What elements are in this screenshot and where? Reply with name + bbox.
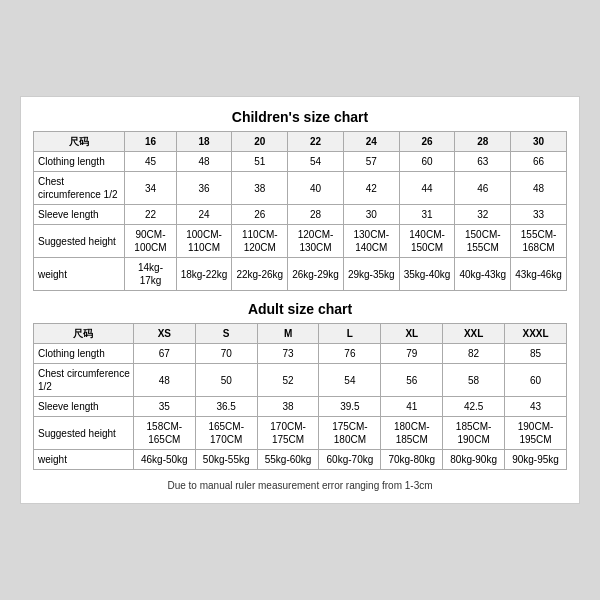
- cell-value: 66: [511, 152, 567, 172]
- children-table: 尺码1618202224262830 Clothing length454851…: [33, 131, 567, 291]
- cell-value: 60: [399, 152, 455, 172]
- cell-value: 18kg-22kg: [176, 258, 232, 291]
- adult-col-header: XXL: [443, 324, 505, 344]
- cell-value: 43kg-46kg: [511, 258, 567, 291]
- cell-value: 29kg-35kg: [343, 258, 399, 291]
- cell-value: 73: [257, 344, 319, 364]
- cell-value: 31: [399, 205, 455, 225]
- cell-value: 120CM-130CM: [288, 225, 344, 258]
- cell-value: 26: [232, 205, 288, 225]
- cell-value: 85: [505, 344, 567, 364]
- cell-value: 56: [381, 364, 443, 397]
- cell-value: 170CM-175CM: [257, 417, 319, 450]
- cell-value: 80kg-90kg: [443, 450, 505, 470]
- cell-value: 110CM-120CM: [232, 225, 288, 258]
- adult-table: 尺码XSSMLXLXXLXXXL Clothing length67707376…: [33, 323, 567, 470]
- table-row: weight14kg-17kg18kg-22kg22kg-26kg26kg-29…: [34, 258, 567, 291]
- row-label: weight: [34, 450, 134, 470]
- cell-value: 42.5: [443, 397, 505, 417]
- cell-value: 48: [176, 152, 232, 172]
- cell-value: 26kg-29kg: [288, 258, 344, 291]
- cell-value: 33: [511, 205, 567, 225]
- children-col-header: 28: [455, 132, 511, 152]
- footnote: Due to manual ruler measurement error ra…: [33, 480, 567, 491]
- children-col-header: 20: [232, 132, 288, 152]
- children-col-header: 18: [176, 132, 232, 152]
- cell-value: 175CM-180CM: [319, 417, 381, 450]
- cell-value: 155CM-168CM: [511, 225, 567, 258]
- cell-value: 55kg-60kg: [257, 450, 319, 470]
- cell-value: 180CM-185CM: [381, 417, 443, 450]
- cell-value: 51: [232, 152, 288, 172]
- cell-value: 58: [443, 364, 505, 397]
- table-row: Clothing length67707376798285: [34, 344, 567, 364]
- cell-value: 42: [343, 172, 399, 205]
- cell-value: 36: [176, 172, 232, 205]
- adult-col-header: S: [195, 324, 257, 344]
- cell-value: 41: [381, 397, 443, 417]
- cell-value: 50: [195, 364, 257, 397]
- cell-value: 70kg-80kg: [381, 450, 443, 470]
- cell-value: 30: [343, 205, 399, 225]
- cell-value: 60kg-70kg: [319, 450, 381, 470]
- children-section-title: Children's size chart: [33, 109, 567, 125]
- row-label: Chest circumference 1/2: [34, 364, 134, 397]
- cell-value: 130CM-140CM: [343, 225, 399, 258]
- cell-value: 38: [257, 397, 319, 417]
- adult-col-header: XXXL: [505, 324, 567, 344]
- row-label: Clothing length: [34, 344, 134, 364]
- row-label: Sleeve length: [34, 397, 134, 417]
- cell-value: 46kg-50kg: [133, 450, 195, 470]
- cell-value: 57: [343, 152, 399, 172]
- cell-value: 76: [319, 344, 381, 364]
- table-row: Suggested height158CM-165CM165CM-170CM17…: [34, 417, 567, 450]
- cell-value: 14kg-17kg: [125, 258, 176, 291]
- cell-value: 48: [133, 364, 195, 397]
- cell-value: 100CM-110CM: [176, 225, 232, 258]
- cell-value: 158CM-165CM: [133, 417, 195, 450]
- cell-value: 40kg-43kg: [455, 258, 511, 291]
- cell-value: 63: [455, 152, 511, 172]
- table-row: Sleeve length2224262830313233: [34, 205, 567, 225]
- cell-value: 70: [195, 344, 257, 364]
- cell-value: 44: [399, 172, 455, 205]
- children-col-header: 30: [511, 132, 567, 152]
- table-row: weight46kg-50kg50kg-55kg55kg-60kg60kg-70…: [34, 450, 567, 470]
- cell-value: 35kg-40kg: [399, 258, 455, 291]
- cell-value: 190CM-195CM: [505, 417, 567, 450]
- cell-value: 54: [319, 364, 381, 397]
- children-col-header: 22: [288, 132, 344, 152]
- cell-value: 185CM-190CM: [443, 417, 505, 450]
- cell-value: 22kg-26kg: [232, 258, 288, 291]
- children-col-header: 26: [399, 132, 455, 152]
- adult-col-header: M: [257, 324, 319, 344]
- cell-value: 52: [257, 364, 319, 397]
- row-label: Suggested height: [34, 225, 125, 258]
- cell-value: 90kg-95kg: [505, 450, 567, 470]
- cell-value: 67: [133, 344, 195, 364]
- cell-value: 140CM-150CM: [399, 225, 455, 258]
- cell-value: 43: [505, 397, 567, 417]
- cell-value: 82: [443, 344, 505, 364]
- size-chart-card: Children's size chart 尺码1618202224262830…: [20, 96, 580, 504]
- children-col-header: 16: [125, 132, 176, 152]
- adult-header-row: 尺码XSSMLXLXXLXXXL: [34, 324, 567, 344]
- children-header-row: 尺码1618202224262830: [34, 132, 567, 152]
- cell-value: 38: [232, 172, 288, 205]
- row-label: Clothing length: [34, 152, 125, 172]
- row-label: Suggested height: [34, 417, 134, 450]
- children-col-header: 尺码: [34, 132, 125, 152]
- cell-value: 40: [288, 172, 344, 205]
- cell-value: 34: [125, 172, 176, 205]
- table-row: Chest circumference 1/23436384042444648: [34, 172, 567, 205]
- row-label: Chest circumference 1/2: [34, 172, 125, 205]
- cell-value: 50kg-55kg: [195, 450, 257, 470]
- adult-col-header: 尺码: [34, 324, 134, 344]
- cell-value: 90CM-100CM: [125, 225, 176, 258]
- cell-value: 165CM-170CM: [195, 417, 257, 450]
- adult-section-title: Adult size chart: [33, 301, 567, 317]
- cell-value: 35: [133, 397, 195, 417]
- cell-value: 48: [511, 172, 567, 205]
- cell-value: 45: [125, 152, 176, 172]
- table-row: Clothing length4548515457606366: [34, 152, 567, 172]
